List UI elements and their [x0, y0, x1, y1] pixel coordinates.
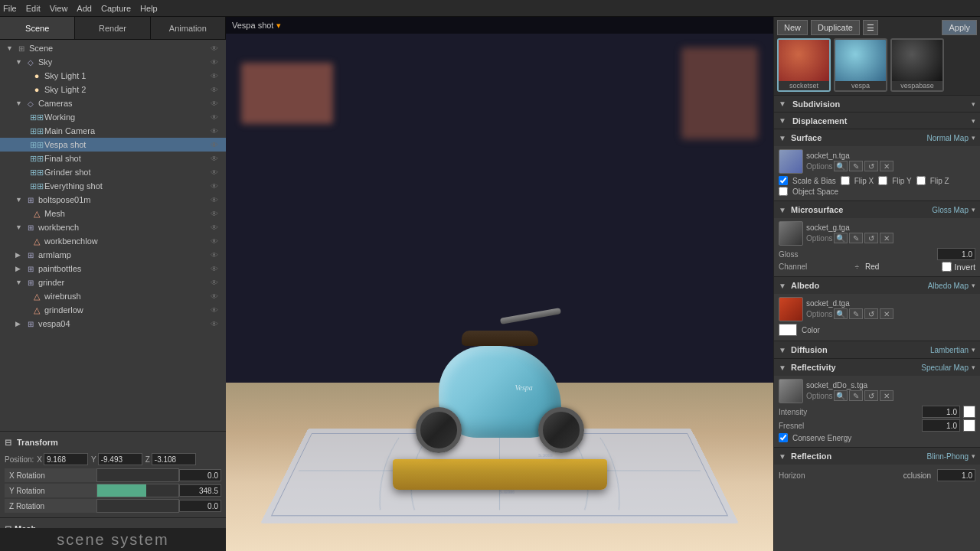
albedo-dropdown-icon[interactable]: ▾	[972, 282, 975, 289]
close-icon-btn-albedo[interactable]: ✕	[880, 308, 893, 319]
tree-item-grinder-shot[interactable]: ⊞⊞ Grinder shot 👁	[0, 165, 226, 179]
new-button[interactable]: New	[777, 20, 808, 35]
displacement-section[interactable]: ▼ Displacement ▾	[774, 112, 980, 129]
gloss-input[interactable]	[937, 248, 975, 260]
flip-x-checkbox[interactable]	[841, 176, 850, 185]
refresh-icon-btn[interactable]: ↺	[864, 161, 878, 171]
apply-button[interactable]: Apply	[942, 20, 977, 35]
duplicate-button[interactable]: Duplicate	[811, 20, 860, 35]
x-rotation-label[interactable]: X Rotation	[5, 468, 96, 482]
visibility-icon[interactable]: 👁	[211, 168, 223, 177]
visibility-icon[interactable]: 👁	[211, 251, 223, 259]
transform-toggle[interactable]: ⊟	[5, 438, 14, 448]
tree-item-armlamp[interactable]: ▶ ⊞ armlamp 👁	[0, 248, 226, 262]
flip-z-checkbox[interactable]	[916, 176, 926, 185]
close-icon-btn[interactable]: ✕	[880, 161, 893, 171]
reflection-dropdown-icon[interactable]: ▾	[972, 452, 975, 460]
reflectivity-dropdown-icon[interactable]: ▾	[972, 364, 975, 371]
viewport[interactable]: Vespa shot ▾	[226, 17, 773, 551]
z-rotation-label[interactable]: Z Rotation	[5, 499, 96, 513]
tree-item-main-camera[interactable]: ⊞⊞ Main Camera 👁	[0, 124, 226, 138]
flip-y-checkbox[interactable]	[878, 176, 887, 185]
fresnel-swatch[interactable]	[963, 419, 975, 432]
close-icon-btn-gloss[interactable]: ✕	[880, 233, 893, 243]
menu-view[interactable]: View	[50, 4, 68, 13]
visibility-icon[interactable]: 👁	[211, 223, 223, 232]
search-icon-btn-albedo[interactable]: 🔍	[834, 308, 848, 319]
tree-item-scene[interactable]: ▼ ⊞ Scene 👁	[0, 41, 226, 55]
visibility-icon[interactable]: 👁	[211, 72, 223, 80]
tree-item-sky-light-1[interactable]: ● Sky Light 1 👁	[0, 69, 226, 83]
edit-icon-btn-spec[interactable]: ✎	[849, 390, 863, 401]
z-input[interactable]	[152, 453, 196, 465]
refresh-icon-btn-spec[interactable]: ↺	[864, 390, 878, 401]
color-swatch[interactable]	[779, 324, 797, 336]
menu-edit[interactable]: Edit	[26, 4, 41, 13]
search-icon-btn-spec[interactable]: 🔍	[834, 390, 848, 401]
diffusion-dropdown-icon[interactable]: ▾	[972, 346, 975, 354]
tree-item-grinder[interactable]: ▼ ⊞ grinder 👁	[0, 276, 226, 289]
tree-item-paintbottles[interactable]: ▶ ⊞ paintbottles 👁	[0, 262, 226, 276]
x-rotation-input[interactable]	[179, 469, 221, 481]
visibility-icon[interactable]: 👁	[211, 182, 223, 191]
mat-thumb-vespabase[interactable]: vespabase	[890, 38, 944, 92]
tree-item-boltspose01m[interactable]: ▼ ⊞ boltspose01m 👁	[0, 193, 226, 207]
visibility-icon[interactable]: 👁	[211, 86, 223, 94]
tree-item-wirebrush[interactable]: △ wirebrush 👁	[0, 289, 226, 303]
edit-icon-btn-albedo[interactable]: ✎	[849, 308, 863, 319]
surface-dropdown-icon[interactable]: ▾	[972, 134, 975, 142]
intensity-swatch[interactable]	[963, 406, 975, 418]
tree-item-sky-light-2[interactable]: ● Sky Light 2 👁	[0, 83, 226, 96]
toolbar-menu-button[interactable]: ☰	[863, 20, 878, 35]
search-icon-btn[interactable]: 🔍	[834, 161, 848, 171]
tree-item-working[interactable]: ⊞⊞ Working 👁	[0, 110, 226, 124]
tree-item-workbench[interactable]: ▼ ⊞ workbench 👁	[0, 220, 226, 234]
microsurface-dropdown-icon[interactable]: ▾	[972, 206, 975, 214]
edit-icon-btn-gloss[interactable]: ✎	[849, 233, 863, 243]
z-rotation-input[interactable]	[179, 500, 221, 512]
conserve-energy-checkbox[interactable]	[779, 433, 788, 442]
displacement-dropdown-icon[interactable]: ▾	[972, 117, 975, 125]
albedo-header[interactable]: ▼ Albedo Albedo Map ▾	[774, 277, 980, 294]
y-input[interactable]	[98, 453, 142, 465]
visibility-icon[interactable]: 👁	[211, 210, 223, 218]
x-input[interactable]	[44, 453, 88, 465]
tree-item-sky[interactable]: ▼ ◇ Sky 👁	[0, 55, 226, 69]
menu-help[interactable]: Help	[140, 4, 158, 13]
tree-item-workbenchlow[interactable]: △ workbenchlow 👁	[0, 234, 226, 248]
tree-item-vespa04[interactable]: ▶ ⊞ vespa04 👁	[0, 317, 226, 331]
fresnel-input[interactable]	[922, 419, 960, 432]
microsurface-header[interactable]: ▼ Microsurface Gloss Map ▾	[774, 201, 980, 218]
subdivision-section[interactable]: ▼ Subdivision ▾	[774, 95, 980, 112]
y-rotation-label[interactable]: Y Rotation	[5, 484, 96, 497]
tree-item-vespa-shot[interactable]: ⊞⊞ Vespa shot 👁	[0, 138, 226, 152]
visibility-icon[interactable]: 👁	[211, 306, 223, 315]
intensity-input[interactable]	[922, 406, 960, 418]
visibility-icon[interactable]: 👁	[211, 58, 223, 67]
visibility-icon[interactable]: 👁	[211, 127, 223, 135]
invert-checkbox[interactable]	[942, 262, 952, 272]
visibility-icon[interactable]: 👁	[211, 141, 223, 149]
reflectivity-header[interactable]: ▼ Reflectivity Specular Map ▾	[774, 359, 980, 376]
subdivision-dropdown-icon[interactable]: ▾	[972, 100, 975, 108]
mat-thumb-socketset[interactable]: socketset	[777, 38, 831, 92]
reflection-header[interactable]: ▼ Reflection Blinn-Phong ▾	[774, 448, 980, 465]
object-space-checkbox[interactable]	[779, 187, 788, 196]
visibility-icon[interactable]: 👁	[211, 99, 223, 108]
tab-scene[interactable]: Scene	[0, 17, 75, 39]
y-rotation-input[interactable]	[179, 484, 221, 497]
visibility-icon[interactable]: 👁	[211, 44, 223, 53]
viewport-dropdown-icon[interactable]: ▾	[276, 21, 281, 31]
visibility-icon[interactable]: 👁	[211, 113, 223, 122]
tree-item-final-shot[interactable]: ⊞⊞ Final shot 👁	[0, 152, 226, 165]
visibility-icon[interactable]: 👁	[211, 320, 223, 328]
visibility-icon[interactable]: 👁	[211, 196, 223, 204]
tab-render[interactable]: Render	[75, 17, 150, 39]
edit-icon-btn[interactable]: ✎	[849, 161, 863, 171]
visibility-icon[interactable]: 👁	[211, 279, 223, 287]
visibility-icon[interactable]: 👁	[211, 265, 223, 273]
surface-header[interactable]: ▼ Surface Normal Map ▾	[774, 129, 980, 146]
tree-item-everything-shot[interactable]: ⊞⊞ Everything shot 👁	[0, 179, 226, 193]
diffusion-header[interactable]: ▼ Diffusion Lambertian ▾	[774, 341, 980, 358]
scale-bias-checkbox[interactable]	[779, 176, 788, 185]
